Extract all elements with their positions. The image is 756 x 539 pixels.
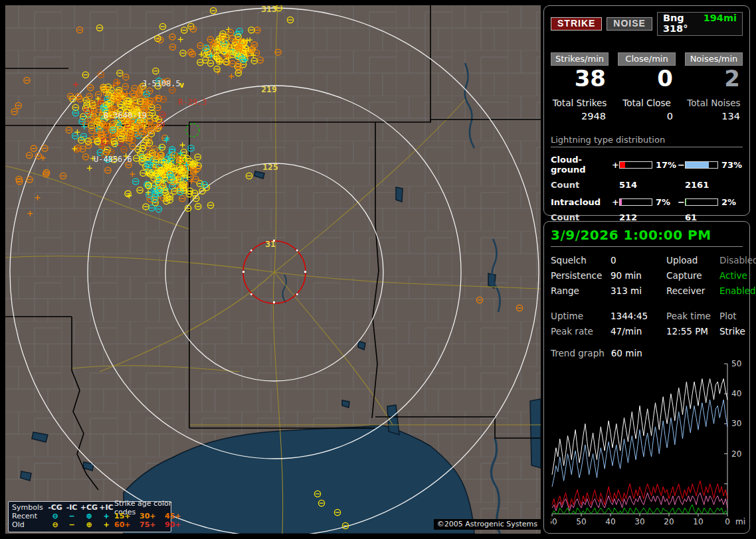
svg-text:30: 30	[634, 517, 644, 526]
cg-plus-bar	[619, 161, 652, 169]
svg-text:10: 10	[693, 517, 703, 526]
svg-text:0: 0	[725, 517, 730, 526]
minus-sign: −	[678, 160, 685, 170]
plot-value: Strike	[719, 326, 745, 337]
trend-series-lines	[552, 379, 727, 514]
total-noises-value: 134	[685, 111, 743, 121]
plot-label: Plot	[719, 311, 745, 321]
settings-grid: Squelch 0 Upload Disabled Persistence 90…	[551, 255, 743, 296]
cg-minus-bar	[685, 161, 718, 169]
capture-label: Capture	[666, 270, 719, 281]
ic-plus-pct: 7%	[652, 197, 678, 207]
trend-line-white-rate	[552, 379, 727, 475]
age-15: 15+	[114, 512, 140, 520]
age-30: 30+	[140, 512, 165, 520]
trend-line-red-rate	[552, 481, 727, 508]
upload-status: Disabled	[719, 255, 756, 266]
lightning-map[interactable]: 313 219 125 31 J-5108.5 v R-29.3 B-3640-…	[5, 5, 541, 534]
persistence-label: Persistence	[551, 270, 611, 281]
peak-rate-value: 47/min	[611, 326, 666, 337]
range-label: Range	[551, 285, 611, 296]
minus-sign: −	[678, 197, 685, 207]
old-pic-icon: +	[98, 520, 114, 529]
strikes-per-min-chip: Strikes/min	[551, 52, 609, 66]
age-60: 60+	[114, 520, 140, 529]
strike-stats-panel: STRIKE NOISE Bng 318° 194mi Strikes/min …	[543, 5, 750, 216]
legend-symbols-header: Symbols	[12, 503, 47, 512]
intracloud-label: Intracloud	[551, 197, 612, 207]
age-90: 90+	[165, 520, 190, 529]
strikes-per-min-value: 38	[551, 66, 609, 92]
copyright-text: ©2005 Astrogenic Systems	[434, 519, 541, 530]
receiver-status: Enabled	[719, 285, 756, 296]
status-panel: 3/9/2026 1:00:00 PM Squelch 0 Upload Dis…	[543, 221, 750, 534]
recent-pic-icon: +	[98, 512, 114, 520]
trend-window-value: 60 min	[611, 348, 642, 358]
ring-label-313: 313	[261, 5, 276, 14]
legend-row-label: Recent	[12, 512, 47, 520]
storm-cell-arrow-icon: v	[179, 80, 184, 90]
upload-label: Upload	[666, 255, 719, 266]
bearing-distance: 194mi	[704, 13, 737, 34]
distribution-heading: Lightning type distribution	[551, 135, 743, 147]
ic-minus-pct: 2%	[718, 197, 744, 207]
noises-per-min-chip: Noises/min	[685, 52, 743, 66]
old-pcg-icon: ⊕	[80, 520, 98, 529]
uptime-label: Uptime	[551, 311, 611, 321]
total-strikes-value: 2948	[551, 111, 609, 121]
persistence-value: 90 min	[611, 270, 666, 281]
trend-line-green-rate	[552, 504, 727, 514]
cg-minus-count: 2161	[685, 180, 744, 190]
plus-sign: +	[612, 197, 619, 207]
svg-text:60: 60	[551, 517, 557, 526]
svg-text:40: 40	[605, 517, 615, 526]
cloud-ground-label: Cloud-ground	[551, 155, 612, 175]
svg-text:30: 30	[731, 419, 741, 428]
total-close-label: Total Close	[618, 98, 676, 108]
map-canvas: 313 219 125 31 J-5108.5 v R-29.3 B-3640-…	[5, 5, 541, 534]
ic-plus-bar	[619, 198, 652, 206]
trend-graph: 6050403020100min50403020	[551, 360, 746, 530]
cloud-ground-row: Cloud-ground + 17% − 73%	[551, 155, 743, 175]
ring-label-31: 31	[265, 239, 276, 249]
age-75: 75+	[140, 520, 165, 529]
range-value: 313 mi	[611, 285, 666, 296]
squelch-value: 0	[611, 255, 666, 266]
peak-time-value: 12:55 PM	[666, 326, 719, 337]
storm-cell-label: B-3640-19	[104, 111, 147, 120]
svg-text:50: 50	[576, 517, 586, 526]
strike-button[interactable]: STRIKE	[551, 17, 602, 31]
svg-text:20: 20	[664, 517, 674, 526]
trend-graph-label: Trend graph	[551, 348, 605, 358]
ring-label-219: 219	[261, 84, 276, 94]
bearing-box: Bng 318° 194mi	[657, 12, 743, 36]
close-per-min-value: 0	[618, 66, 676, 92]
squelch-label: Squelch	[551, 255, 611, 266]
total-noises-label: Total Noises	[685, 98, 743, 108]
noise-button[interactable]: NOISE	[607, 17, 652, 31]
trend-line-blue-rate	[552, 400, 727, 487]
recent-ncg-icon: ⊖	[47, 512, 64, 520]
ic-minus-bar	[685, 198, 718, 206]
receiver-label: Receiver	[666, 285, 719, 296]
noises-per-min-value: 2	[685, 66, 743, 92]
svg-text:50: 50	[731, 360, 741, 368]
count-label: Count	[551, 180, 612, 190]
cg-count-row: Count 514 2161	[551, 180, 743, 190]
intracloud-row: Intracloud + 7% − 2%	[551, 197, 743, 207]
map-legend: Symbols -CG -IC +CG +IC Strike age color…	[8, 501, 171, 532]
legend-col-pic: +IC	[98, 503, 114, 512]
uptime-value: 1344:45	[611, 311, 666, 321]
peak-rate-label: Peak rate	[551, 326, 611, 337]
ring-label-125: 125	[262, 162, 278, 172]
storm-cell-label: U-4856-6	[94, 155, 132, 164]
legend-col-ncg: -CG	[47, 503, 64, 512]
storm-cell-label: J-5108.5	[142, 79, 181, 88]
total-close-value: 0	[618, 111, 676, 121]
old-nic-icon: −	[64, 520, 80, 529]
total-strikes-label: Total Strikes	[551, 98, 609, 108]
legend-row-label: Old	[12, 520, 47, 529]
svg-text:20: 20	[731, 449, 741, 459]
capture-status: Active	[719, 270, 756, 281]
peak-time-label: Peak time	[666, 311, 719, 321]
